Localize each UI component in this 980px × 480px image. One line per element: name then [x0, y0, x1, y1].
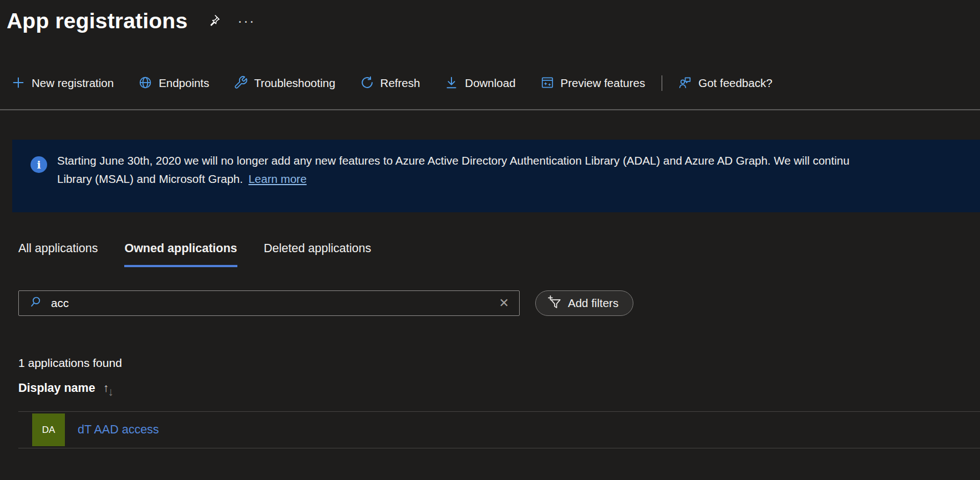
- download-button[interactable]: Download: [444, 75, 515, 91]
- clear-search-button[interactable]: ✕: [496, 296, 512, 310]
- refresh-icon: [360, 75, 380, 91]
- search-input[interactable]: [51, 297, 496, 310]
- wrench-icon: [233, 75, 254, 91]
- info-icon: i: [31, 156, 47, 173]
- display-name-column-header[interactable]: Display name ↑ ↓: [18, 381, 114, 395]
- troubleshooting-button[interactable]: Troubleshooting: [233, 75, 335, 91]
- banner-line2: Library (MSAL) and Microsoft Graph.Learn…: [57, 170, 980, 188]
- learn-more-link[interactable]: Learn more: [248, 172, 307, 185]
- feedback-icon: [678, 75, 698, 91]
- page-header: App registrations ···: [7, 9, 255, 33]
- pin-button[interactable]: [206, 13, 222, 30]
- new-registration-button[interactable]: New registration: [11, 75, 114, 91]
- search-icon: [29, 295, 43, 312]
- more-options-button[interactable]: ···: [237, 18, 255, 24]
- close-icon: ✕: [499, 296, 509, 310]
- add-filters-button[interactable]: Add filters: [535, 290, 633, 316]
- globe-icon: [138, 75, 159, 91]
- pin-icon: [206, 13, 222, 30]
- endpoints-button[interactable]: Endpoints: [138, 75, 209, 91]
- got-feedback-button[interactable]: Got feedback?: [678, 75, 772, 91]
- deprecation-info-banner: i Starting June 30th, 2020 we will no lo…: [12, 140, 980, 212]
- toolbar-divider: [0, 109, 980, 110]
- preview-features-button[interactable]: Preview features: [540, 75, 646, 91]
- table-row: DA dT AAD access: [18, 411, 980, 448]
- banner-text: Starting June 30th, 2020 we will no long…: [57, 151, 980, 188]
- tab-all-applications[interactable]: All applications: [18, 242, 98, 267]
- tab-deleted-applications[interactable]: Deleted applications: [264, 242, 372, 267]
- ellipsis-icon: ···: [237, 18, 255, 24]
- results-count: 1 applications found: [18, 356, 122, 370]
- filter-icon: [547, 295, 568, 312]
- page-title: App registrations: [7, 9, 187, 33]
- banner-line1: Starting June 30th, 2020 we will no long…: [57, 151, 980, 170]
- banner-line2-text: Library (MSAL) and Microsoft Graph.: [57, 172, 243, 185]
- app-display-name-link[interactable]: dT AAD access: [78, 423, 159, 437]
- tab-owned-applications[interactable]: Owned applications: [124, 242, 237, 267]
- plus-icon: [11, 75, 32, 91]
- download-icon: [444, 75, 465, 91]
- avatar: DA: [32, 413, 65, 446]
- preview-features-icon: [540, 75, 561, 91]
- search-box: ✕: [18, 290, 520, 316]
- command-bar: New registration Endpoints Troubleshooti…: [11, 71, 797, 95]
- sort-descending-icon: ↓: [108, 385, 114, 399]
- search-filter-row: ✕ Add filters: [18, 290, 633, 316]
- application-tabs: All applications Owned applications Dele…: [18, 242, 398, 267]
- toolbar-separator: [662, 75, 662, 91]
- refresh-button[interactable]: Refresh: [360, 75, 420, 91]
